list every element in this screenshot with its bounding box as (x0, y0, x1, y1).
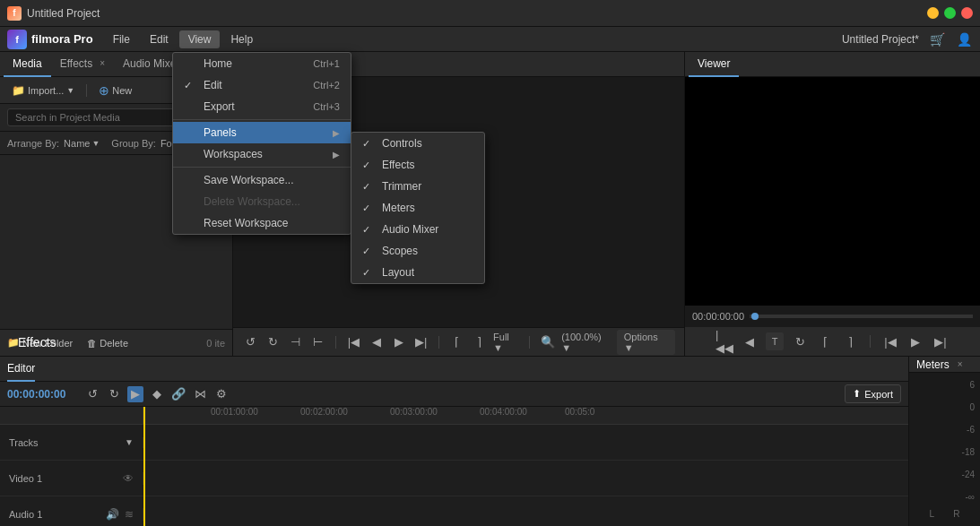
menu-bar: f filmora Pro File Edit View Help Untitl… (0, 27, 980, 52)
audio1-waveform-icon[interactable]: ≋ (125, 508, 134, 521)
tab-meters-close[interactable]: × (958, 359, 963, 369)
menu-home[interactable]: Home Ctrl+1 (173, 53, 351, 74)
viewer-loop[interactable]: ↻ (791, 332, 809, 350)
video1-eye-icon[interactable]: 👁 (123, 472, 134, 485)
menu-workspaces[interactable]: Workspaces ▶ (173, 143, 351, 165)
go-start-icon[interactable]: |◀ (345, 333, 362, 351)
trimmer-check: ✓ (362, 181, 375, 193)
tl-redo[interactable]: ↻ (106, 386, 122, 402)
panels-submenu[interactable]: ✓ Controls ✓ Effects ✓ Trimmer ✓ Meters … (351, 132, 485, 284)
minimize-button[interactable]: − (927, 7, 939, 19)
meters-tab-bar: Meters × (909, 357, 980, 373)
panel-trimmer[interactable]: ✓ Trimmer (351, 176, 484, 197)
tl-link[interactable]: 🔗 (170, 386, 186, 402)
menu-view[interactable]: View (179, 30, 221, 48)
menu-edit-item[interactable]: ✓ Edit Ctrl+2 (173, 74, 351, 96)
tl-play[interactable]: ▶ (127, 386, 143, 402)
close-button[interactable]: × (961, 7, 973, 19)
cart-icon[interactable]: 🛒 (928, 30, 946, 48)
viewer-go-end[interactable]: ▶| (932, 332, 950, 350)
zoom-dropdown[interactable]: (100.0%) ▼ (561, 332, 611, 353)
tab-viewer[interactable]: Viewer (689, 52, 739, 77)
quality-dropdown[interactable]: Full ▼ (493, 332, 520, 353)
panel-controls[interactable]: ✓ Controls (351, 133, 484, 154)
audio1-label: Audio 1 🔊 ≋ (0, 508, 143, 521)
menu-panels[interactable]: Panels ▶ (173, 122, 351, 143)
viewer-play[interactable]: ▶ (906, 332, 924, 350)
tab-meters[interactable]: Meters (916, 358, 950, 371)
menu-export-item[interactable]: Export Ctrl+3 (173, 96, 351, 117)
next-frame-icon[interactable]: ▶| (412, 333, 429, 351)
layout-check: ✓ (362, 267, 375, 279)
channel-r: R (953, 509, 959, 519)
effects-check: ✓ (362, 160, 375, 171)
arrange-by-dropdown[interactable]: Name ▼ (64, 138, 100, 149)
menu-edit[interactable]: Edit (141, 30, 178, 48)
tab-media[interactable]: Media (4, 52, 51, 77)
mark-in-icon[interactable]: ⌈ (448, 333, 465, 351)
import-button[interactable]: 📁 Import... ▼ (7, 82, 79, 99)
zoom-icon[interactable]: 🔍 (539, 333, 556, 351)
viewer-progress-dot (751, 313, 759, 320)
edit-check: ✓ (184, 80, 196, 91)
play-icon[interactable]: ▶ (390, 333, 407, 351)
tl-magnet[interactable]: ⋈ (192, 386, 208, 402)
video1-track-row: Video 1 👁 (0, 461, 908, 496)
audio1-mute-icon[interactable]: 🔊 (106, 508, 119, 521)
panel-meters[interactable]: ✓ Meters (351, 197, 484, 219)
tab-effects[interactable]: Effects × (51, 52, 114, 77)
trim-in-icon[interactable]: ⊣ (287, 333, 304, 351)
tab-effects-close[interactable]: × (100, 58, 105, 68)
user-icon[interactable]: 👤 (955, 30, 973, 48)
redo-icon[interactable]: ↻ (265, 333, 282, 351)
maximize-button[interactable]: □ (944, 7, 956, 19)
undo-icon[interactable]: ↺ (242, 333, 259, 351)
audio1-area (143, 496, 908, 526)
editor-tab-bar: Editor (0, 357, 908, 382)
add-track-icon[interactable]: ▼ (125, 437, 134, 447)
menu-sep1 (173, 119, 351, 120)
arrange-arrow: ▼ (91, 139, 100, 148)
viewer-mark-out[interactable]: ⌉ (841, 332, 859, 350)
panel-layout[interactable]: ✓ Layout (351, 262, 484, 283)
panel-effects[interactable]: ✓ Effects (351, 154, 484, 176)
del-ws-label: Delete Workspace... (204, 195, 340, 208)
audio1-track-row: Audio 1 🔊 ≋ (0, 496, 908, 526)
viewer-timecode: 00:00:00:00 (692, 311, 744, 322)
menu-file[interactable]: File (104, 30, 139, 48)
trim-out-icon[interactable]: ⊢ (309, 333, 326, 351)
tl-settings[interactable]: ⚙ (213, 386, 230, 402)
audio-mixer-sub-label: Audio Mixer (382, 223, 473, 236)
viewer-go-start[interactable]: |◀◀ (715, 332, 733, 350)
viewer-prev-frame[interactable]: ◀ (741, 332, 759, 350)
viewer-mark-in[interactable]: ⌈ (816, 332, 834, 350)
viewer-transport: |◀◀ ◀ T ↻ ⌈ ⌉ |◀ ▶ ▶| (685, 327, 980, 356)
options-button[interactable]: Options ▼ (617, 330, 675, 355)
viewer-text-tool[interactable]: T (766, 332, 784, 350)
tracks-label: Tracks ▼ (0, 437, 143, 448)
transport-bar: ↺ ↻ ⊣ ⊢ |◀ ◀ ▶ ▶| ⌈ ⌉ Full ▼ 🔍 (100.0%) … (233, 327, 684, 356)
menu-help[interactable]: Help (221, 30, 262, 48)
workspaces-label: Workspaces (204, 148, 325, 160)
effects-panel-label-area: Effects (9, 335, 65, 349)
delete-button[interactable]: 🗑 Delete (87, 338, 128, 349)
menu-reset-workspace[interactable]: Reset Workspace (173, 212, 351, 234)
viewer-progress-bar[interactable] (750, 315, 973, 318)
mark-out-icon[interactable]: ⌉ (471, 333, 488, 351)
tab-editor[interactable]: Editor (7, 357, 35, 382)
viewer-go-start2[interactable]: |◀ (881, 332, 899, 350)
playhead[interactable] (143, 407, 145, 526)
export-button[interactable]: ⬆ Export (845, 384, 901, 403)
panel-audio-mixer[interactable]: ✓ Audio Mixer (351, 219, 484, 240)
import-dropdown-arrow[interactable]: ▼ (66, 86, 74, 95)
new-button[interactable]: ⊕ New (94, 82, 136, 99)
view-dropdown-menu[interactable]: Home Ctrl+1 ✓ Edit Ctrl+2 Export Ctrl+3 … (172, 52, 351, 235)
ruler-mark-4: 00:04:00:00 (480, 407, 527, 417)
menu-save-workspace[interactable]: Save Workspace... (173, 169, 351, 191)
panel-scopes[interactable]: ✓ Scopes (351, 240, 484, 262)
transport-sep1 (335, 336, 336, 349)
video1-label: Video 1 👁 (0, 472, 143, 485)
tl-undo[interactable]: ↺ (84, 386, 100, 402)
tl-marker[interactable]: ◆ (149, 386, 165, 402)
prev-frame-icon[interactable]: ◀ (368, 333, 385, 351)
